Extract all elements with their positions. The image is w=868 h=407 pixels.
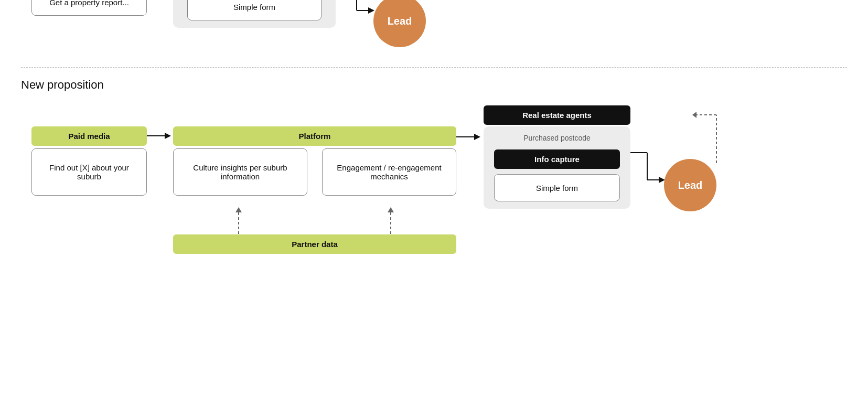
- new-purchased-postcode: Purchased postcode: [523, 134, 591, 142]
- svg-marker-10: [165, 133, 171, 139]
- ex-lead-circle: Lead: [373, 0, 426, 47]
- new-label: New proposition: [21, 78, 847, 92]
- new-gray-container: Purchased postcode Info capture Simple f…: [484, 126, 630, 209]
- new-dotted-arrow: [692, 100, 787, 168]
- new-dotted-up1: [231, 205, 247, 237]
- new-simple-form: Simple form: [494, 174, 620, 201]
- ex-paid-media-sub: Get a property report...: [31, 0, 147, 16]
- svg-marker-12: [474, 134, 480, 140]
- new-arrow1: [147, 130, 173, 142]
- new-paid-media-sub: Find out [X] about your suburb: [31, 148, 147, 196]
- ex-simple-form: Simple form: [187, 0, 322, 20]
- new-engagement: Engagement / re-engagement mechanics: [322, 148, 456, 196]
- ex-dotted-arrow: [400, 0, 505, 4]
- new-partner-data: Partner data: [173, 234, 456, 254]
- new-info-capture: Info capture: [494, 149, 620, 169]
- ex-gray-container: Purchases postcode Info capture Simple f…: [173, 0, 336, 28]
- new-dotted-up2: [383, 205, 399, 237]
- new-platform: Platform: [173, 126, 456, 146]
- ex-l-arrow: [336, 0, 378, 20]
- new-arrow2: [456, 131, 483, 143]
- new-culture-insights: Culture insights per suburb information: [173, 148, 307, 196]
- svg-marker-23: [388, 207, 394, 212]
- new-real-estate: Real estate agents: [484, 105, 630, 125]
- svg-marker-21: [235, 207, 242, 212]
- section-divider: [21, 67, 847, 68]
- svg-marker-5: [368, 7, 374, 14]
- svg-marker-19: [692, 112, 696, 118]
- new-paid-media: Paid media: [31, 126, 147, 146]
- new-diagram: Paid media Find out [X] about your subur…: [21, 100, 860, 273]
- existing-diagram: Paid media Get a property report... Purc…: [21, 0, 598, 62]
